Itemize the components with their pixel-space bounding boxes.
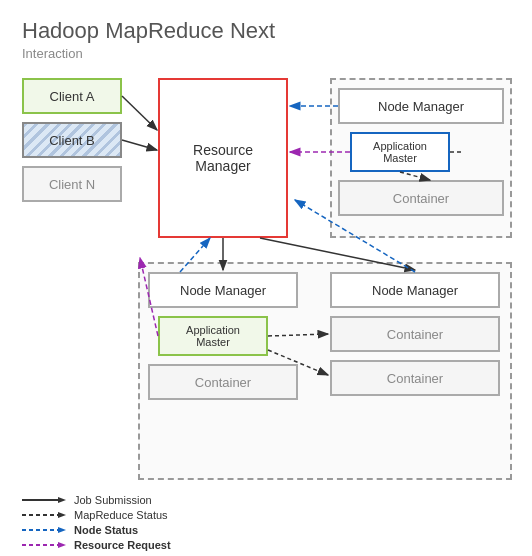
container-bottom-left-box: Container — [148, 364, 298, 400]
resource-request-arrow-icon — [22, 540, 66, 550]
legend-node-status: Node Status — [22, 524, 171, 536]
legend-job-submission-label: Job Submission — [74, 494, 152, 506]
client-a-box: Client A — [22, 78, 122, 114]
legend-node-status-label: Node Status — [74, 524, 138, 536]
node-status-arrow-icon — [22, 525, 66, 535]
mapreduce-status-arrow-icon — [22, 510, 66, 520]
page-title: Hadoop MapReduce Next — [22, 18, 275, 44]
node-manager-bottom-left-box: Node Manager — [148, 272, 298, 308]
app-master-bottom-left-box: ApplicationMaster — [158, 316, 268, 356]
legend-job-submission: Job Submission — [22, 494, 171, 506]
legend-mapreduce-status: MapReduce Status — [22, 509, 171, 521]
job-submission-arrow-icon — [22, 495, 66, 505]
node-manager-bottom-right-box: Node Manager — [330, 272, 500, 308]
legend: Job Submission MapReduce Status Node Sta… — [22, 494, 171, 551]
node-manager-top-box: Node Manager — [338, 88, 504, 124]
container-bottom-right-1-box: Container — [330, 316, 500, 352]
legend-resource-request-label: Resource Request — [74, 539, 171, 551]
svg-marker-1 — [58, 497, 66, 503]
legend-mapreduce-status-label: MapReduce Status — [74, 509, 168, 521]
client-n-box: Client N — [22, 166, 122, 202]
svg-line-8 — [122, 96, 157, 130]
page-subtitle: Interaction — [22, 46, 83, 61]
resource-manager-box: ResourceManager — [158, 78, 288, 238]
legend-resource-request: Resource Request — [22, 539, 171, 551]
container-top-box: Container — [338, 180, 504, 216]
svg-marker-7 — [58, 542, 66, 548]
svg-marker-5 — [58, 527, 66, 533]
app-master-top-box: ApplicationMaster — [350, 132, 450, 172]
container-bottom-right-2-box: Container — [330, 360, 500, 396]
svg-line-9 — [122, 140, 157, 150]
svg-marker-3 — [58, 512, 66, 518]
client-b-box: Client B — [22, 122, 122, 158]
